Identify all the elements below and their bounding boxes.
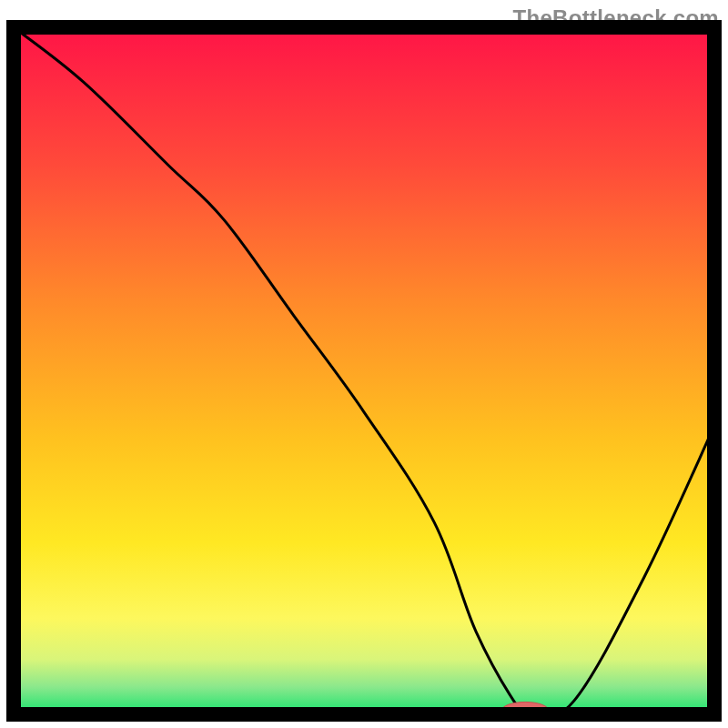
bottleneck-chart <box>0 0 728 728</box>
plot-area <box>14 27 714 720</box>
chart-stage: TheBottleneck.com <box>0 0 728 728</box>
plot-background <box>14 27 714 714</box>
